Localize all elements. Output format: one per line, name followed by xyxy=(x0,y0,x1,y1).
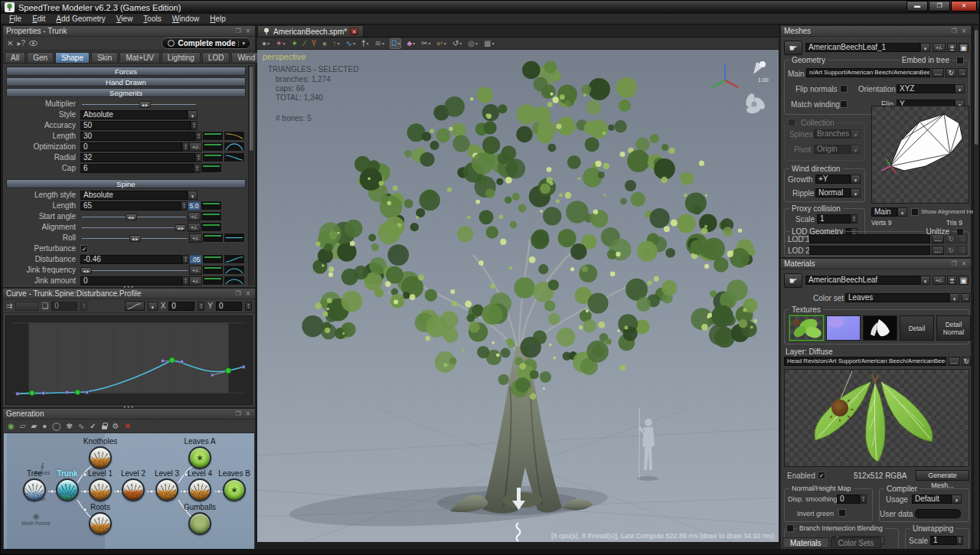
wave-icon[interactable]: ∿ xyxy=(78,422,84,430)
alignment-slider[interactable] xyxy=(80,223,188,232)
spinner[interactable] xyxy=(182,142,189,152)
jink-frequency-slider[interactable] xyxy=(80,266,189,275)
node-roots[interactable]: Roots xyxy=(89,512,112,535)
chevron-down-icon[interactable] xyxy=(949,293,959,302)
grab-material-button[interactable]: ☛ xyxy=(784,273,802,288)
spinner[interactable] xyxy=(181,201,188,211)
enabled-checkbox[interactable] xyxy=(818,472,825,479)
refresh-icon[interactable] xyxy=(946,68,956,77)
menu-tools[interactable]: Tools xyxy=(138,15,166,23)
curve-thumb[interactable] xyxy=(224,276,245,286)
node-leaves-b[interactable]: Leaves B xyxy=(223,478,246,501)
curve-list-icon[interactable]: ⇉ xyxy=(6,302,12,310)
alpha-texture-thumb[interactable] xyxy=(863,315,897,341)
apply-check-icon[interactable]: ✓ xyxy=(90,422,96,430)
close-panel-icon[interactable] xyxy=(244,410,252,418)
frond-tool-icon[interactable]: ∕ xyxy=(303,39,306,48)
tree-display-icon[interactable]: ♣▾ xyxy=(406,39,416,48)
node-knotholes[interactable]: Knotholes xyxy=(89,446,112,469)
optimization-input[interactable]: 0 xyxy=(80,142,182,152)
curve-thumb[interactable] xyxy=(224,131,245,141)
spinner[interactable] xyxy=(80,302,87,311)
close-panel-icon[interactable] xyxy=(960,27,968,35)
main-mesh-path[interactable]: n/Art Support/American Beech/AmericanBee… xyxy=(806,68,930,77)
properties-scrollbar[interactable] xyxy=(248,65,254,286)
chevron-down-icon[interactable] xyxy=(148,302,158,311)
curve-thumb[interactable] xyxy=(224,142,245,152)
curve-y-input[interactable]: 0 xyxy=(216,302,242,311)
tree-tool-icon[interactable]: ♠ xyxy=(322,39,327,48)
spinner[interactable] xyxy=(194,164,201,173)
plusminus-button[interactable] xyxy=(188,223,201,232)
chevron-down-icon[interactable] xyxy=(897,207,907,217)
gear-icon[interactable]: ⚙ xyxy=(113,422,119,430)
detail-texture-button[interactable]: Detail xyxy=(900,315,934,341)
ungroup-icon[interactable]: ▰ xyxy=(31,422,37,430)
spline-tool-icon[interactable]: ∿▾ xyxy=(345,39,356,48)
plusminus-button[interactable] xyxy=(188,212,201,221)
sphere-view-icon[interactable]: ◎▾ xyxy=(467,39,479,48)
flip-normals-checkbox[interactable] xyxy=(840,85,848,93)
mesh-tool-icon[interactable]: ●▾ xyxy=(261,39,270,48)
node-trunk[interactable]: Trunk xyxy=(56,478,79,501)
invert-green-checkbox[interactable] xyxy=(838,509,846,517)
delete-icon[interactable]: ✕ xyxy=(7,39,13,47)
ring-icon[interactable]: ◯ xyxy=(52,422,60,430)
branch-blending-checkbox[interactable] xyxy=(786,524,794,532)
value-badge[interactable]: 5.0 xyxy=(188,201,201,211)
grab-mesh-button[interactable]: ☛ xyxy=(784,41,802,55)
document-tab[interactable]: AmericanBeech.spm* ✕ xyxy=(257,25,364,37)
user-data-input[interactable] xyxy=(915,509,961,518)
multiplier-slider[interactable] xyxy=(80,100,198,109)
mesh-selector[interactable]: AmericanBeechLeaf_1 xyxy=(805,43,920,52)
refresh-icon[interactable] xyxy=(962,357,971,366)
node-level4[interactable]: Level 4 xyxy=(188,478,211,501)
section-hand-drawn[interactable]: Hand Drawn xyxy=(6,77,246,87)
tab-materials[interactable]: Materials xyxy=(782,537,829,548)
eye-icon[interactable] xyxy=(29,41,38,46)
menu-window[interactable]: Window xyxy=(167,15,205,23)
float-panel-icon[interactable] xyxy=(234,28,242,34)
copy-mesh-button[interactable]: ▣ xyxy=(959,43,969,52)
tab-matuv[interactable]: Mat+UV xyxy=(119,52,159,63)
viewport-3d[interactable]: perspective TRIANGLES - SELECTED branche… xyxy=(257,50,779,542)
start-angle-slider[interactable] xyxy=(80,212,188,221)
curve-steps-input[interactable]: 0 xyxy=(51,302,77,311)
spinner[interactable] xyxy=(245,302,252,311)
sprout-tool-icon[interactable]: ↑▾ xyxy=(332,39,341,48)
spinner[interactable] xyxy=(195,132,202,141)
menu-file[interactable]: File xyxy=(4,15,27,23)
help-cursor-icon[interactable]: ▸? xyxy=(17,39,25,47)
chevron-down-icon[interactable] xyxy=(955,84,965,93)
curve-thumb[interactable] xyxy=(224,233,245,243)
disp-smoothing-input[interactable]: 0 xyxy=(837,495,860,504)
variance-thumb[interactable] xyxy=(201,201,222,211)
curve-thumb[interactable] xyxy=(224,265,245,275)
export-icon[interactable] xyxy=(958,68,967,77)
pivot-dropdown[interactable]: Origin xyxy=(814,145,851,154)
embed-in-tree-checkbox[interactable] xyxy=(956,57,964,64)
node-level2[interactable]: Level 2 xyxy=(122,478,145,501)
bone-tool-icon[interactable]: †▾ xyxy=(361,39,370,48)
radial-input[interactable]: 32 xyxy=(80,153,195,162)
ripple-dropdown[interactable]: Normal xyxy=(815,188,851,198)
accuracy-input[interactable]: 50 xyxy=(80,121,191,130)
menu-view[interactable]: View xyxy=(111,15,139,23)
variance-thumb[interactable] xyxy=(201,222,222,232)
orientation-dropdown[interactable]: XYZ xyxy=(897,84,955,93)
tab-color-sets[interactable]: Color Sets xyxy=(831,537,882,548)
detail-normal-texture-button[interactable]: Detail Normal xyxy=(936,315,971,341)
refresh-icon[interactable] xyxy=(946,234,956,243)
variance-thumb[interactable] xyxy=(202,233,224,243)
browse-button[interactable] xyxy=(932,68,944,77)
diffuse-path[interactable]: Head Revision/Art Support/American Beech… xyxy=(784,357,946,366)
preview-lod-dropdown[interactable]: Main xyxy=(871,207,897,217)
chevron-down-icon[interactable] xyxy=(188,191,198,200)
close-panel-icon[interactable] xyxy=(244,289,252,298)
generate-mesh-button[interactable]: Generate Mesh... xyxy=(916,470,969,481)
texture-preview[interactable] xyxy=(784,369,969,467)
node-level1[interactable]: Level 1 xyxy=(89,478,112,501)
chevron-down-icon[interactable] xyxy=(920,43,930,52)
stamp-icon[interactable]: ❏ xyxy=(41,302,48,310)
disturbance-input[interactable]: -0.46 xyxy=(80,255,182,264)
